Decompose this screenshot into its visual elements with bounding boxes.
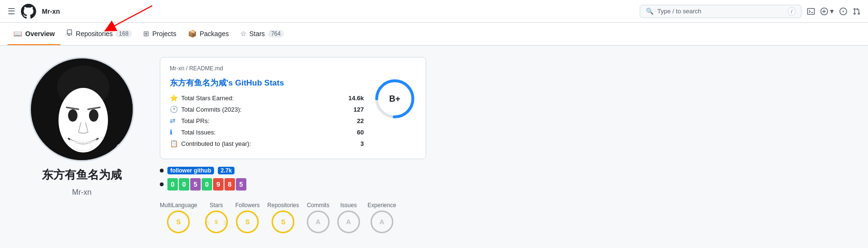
package-icon: 📦 <box>188 29 197 38</box>
badges-row: MultiLanguage S Stars S S S Followers S … <box>160 202 594 233</box>
badge-circle-repositories: S <box>272 210 294 233</box>
terminal-icon[interactable] <box>807 8 815 15</box>
search-box[interactable]: 🔍 Type / to search / <box>640 5 801 18</box>
tab-stars-label: Stars <box>249 30 265 38</box>
stat-value-issues: 60 <box>357 129 364 136</box>
issues-stat-icon: ℹ <box>170 128 177 136</box>
tab-projects-label: Projects <box>152 30 176 38</box>
pull-requests-icon[interactable] <box>853 8 860 15</box>
stat-row-contributed: 📋 Contributed to (last year): 3 <box>170 140 364 147</box>
digit-boxes: 0 0 5 0 9 8 5 <box>167 178 246 191</box>
follower-badge-label: follower github <box>167 167 214 174</box>
stat-row-prs: ⇄ Total PRs: 22 <box>170 117 364 124</box>
badge-card-repositories: Repositories S <box>267 202 299 233</box>
stat-row-stars: ⭐ Total Stars Earned: 14.6k <box>170 94 364 102</box>
tab-stars[interactable]: ☆ Stars 764 <box>234 23 290 45</box>
badge-label-followers: Followers <box>235 202 260 209</box>
tab-overview[interactable]: 📖 Overview <box>8 23 60 45</box>
main-content: S 东方有鱼名为咸 Mr-xn Mr-xn / README.md 东方有鱼名为… <box>0 46 609 245</box>
digit-9: 9 <box>213 178 224 191</box>
digit-0a: 0 <box>167 178 178 191</box>
bullet-dot-2 <box>160 182 164 186</box>
nav-username[interactable]: Mr-xn <box>42 8 60 15</box>
badge-circle-followers: S <box>236 210 259 233</box>
badge-card-experience: Experience A <box>368 202 396 233</box>
stat-label-commits: Total Commits (2023): <box>181 106 350 113</box>
svg-point-5 <box>89 109 98 122</box>
search-placeholder: Type / to search <box>657 8 702 15</box>
stat-row-commits: 🕐 Total Commits (2023): 127 <box>170 105 364 113</box>
badge-label-commits: Commits <box>307 202 329 209</box>
pr-stat-icon: ⇄ <box>170 117 177 124</box>
stat-label-stars: Total Stars Earned: <box>181 95 344 102</box>
grade-label: B+ <box>389 94 400 104</box>
tab-packages[interactable]: 📦 Packages <box>182 23 234 45</box>
profile-name: 东方有鱼名为咸 <box>42 167 122 182</box>
hamburger-icon[interactable]: ☰ <box>8 6 15 17</box>
issues-icon[interactable] <box>839 8 847 15</box>
stat-value-contributed: 3 <box>361 140 364 147</box>
stat-row-issues: ℹ Total Issues: 60 <box>170 128 364 136</box>
star-icon: ☆ <box>240 29 246 38</box>
repo-icon <box>66 29 73 38</box>
tab-repositories[interactable]: Repositories 168 <box>60 23 137 45</box>
stat-label-issues: Total Issues: <box>181 129 353 136</box>
digit-0c: 0 <box>202 178 212 191</box>
badge-circle-multilanguage: S <box>167 210 190 233</box>
badge-label-multilanguage: MultiLanguage <box>160 202 197 209</box>
digit-5a: 5 <box>190 178 201 191</box>
stars-count: 764 <box>268 30 284 38</box>
profile-left: S 东方有鱼名为咸 Mr-xn <box>15 57 148 233</box>
stat-label-prs: Total PRs: <box>181 117 353 124</box>
badge-label-repositories: Repositories <box>267 202 299 209</box>
badge-card-multilanguage: MultiLanguage S <box>160 202 197 233</box>
breadcrumb: Mr-xn / README.md <box>170 65 416 72</box>
top-navigation: ☰ Mr-xn 🔍 Type / to search / ▾ <box>0 0 868 23</box>
grade-circle: B+ <box>373 77 416 120</box>
profile-right: Mr-xn / README.md 东方有鱼名为咸's GitHub Stats… <box>160 57 594 233</box>
contributed-stat-icon: 📋 <box>170 140 177 147</box>
bullet-section: follower github 2.7k 0 0 5 0 9 8 5 <box>160 167 594 191</box>
digits-bullet-row: 0 0 5 0 9 8 5 <box>160 178 594 191</box>
follower-bullet-row: follower github 2.7k <box>160 167 594 174</box>
badge-label-experience: Experience <box>368 202 396 209</box>
bullet-dot-1 <box>160 169 164 172</box>
stat-label-contributed: Contributed to (last year): <box>181 140 357 147</box>
breadcrumb-text: Mr-xn / README.md <box>170 65 223 72</box>
badge-circle-stars: S S S <box>205 210 228 233</box>
follower-count-badge: 2.7k <box>218 167 234 174</box>
badge-card-stars: Stars S S S <box>205 202 228 233</box>
badge-circle-commits: A <box>307 210 330 233</box>
stat-value-stars: 14.6k <box>348 95 364 102</box>
badge-circle-issues: A <box>337 210 360 233</box>
svg-point-4 <box>68 109 78 122</box>
tab-repositories-label: Repositories <box>76 30 113 38</box>
stat-value-prs: 22 <box>357 117 364 124</box>
badge-card-issues: Issues A <box>337 202 360 233</box>
clock-stat-icon: 🕐 <box>170 105 177 113</box>
github-logo[interactable] <box>21 4 36 19</box>
digit-0b: 0 <box>179 178 189 191</box>
tab-overview-label: Overview <box>25 30 55 38</box>
stat-value-commits: 127 <box>353 106 364 113</box>
star-stat-icon: ⭐ <box>170 94 177 102</box>
book-icon: 📖 <box>13 29 22 38</box>
stats-card: Mr-xn / README.md 东方有鱼名为咸's GitHub Stats… <box>160 57 426 159</box>
digit-5b: 5 <box>236 178 246 191</box>
badge-card-followers: Followers S <box>235 202 260 233</box>
digit-8: 8 <box>224 178 235 191</box>
badge-label-issues: Issues <box>340 202 357 209</box>
project-icon: ⊞ <box>143 29 149 38</box>
search-shortcut: / <box>788 8 795 15</box>
profile-username: Mr-xn <box>72 188 92 197</box>
avatar-badge: S <box>116 143 129 156</box>
tab-projects[interactable]: ⊞ Projects <box>137 23 182 45</box>
tab-packages-label: Packages <box>200 30 229 38</box>
badge-label-stars: Stars <box>210 202 223 209</box>
badge-card-commits: Commits A <box>307 202 330 233</box>
profile-tabs: 📖 Overview Repositories 168 ⊞ Projects 📦… <box>0 23 868 46</box>
plus-icon[interactable]: ▾ <box>820 7 834 16</box>
avatar: S <box>29 57 134 162</box>
badge-circle-experience: A <box>371 210 393 233</box>
search-icon: 🔍 <box>646 8 653 15</box>
